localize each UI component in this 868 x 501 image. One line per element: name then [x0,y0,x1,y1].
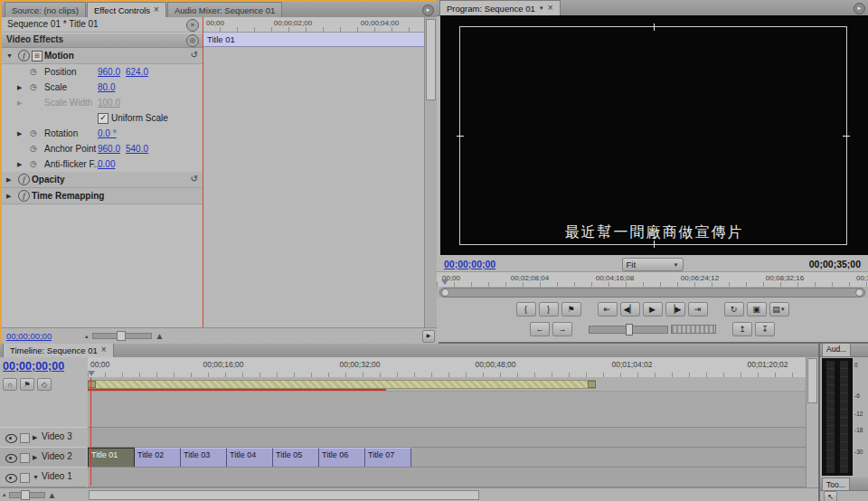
jog-disk[interactable] [671,325,716,334]
zoom-out-icon[interactable]: ▴ [3,491,6,498]
opacity-effect-header[interactable]: ▶ f Opacity ↺ [2,172,203,188]
program-current-timecode[interactable]: 00;00;00;00 [444,259,495,269]
twirl-closed-icon[interactable]: ▶ [6,193,11,200]
zoom-out-icon[interactable]: ▴ [85,333,89,340]
toggle-animation-stopwatch-icon[interactable]: ◷ [30,128,37,137]
tab-audio-mixer[interactable]: Audio Mixer: Sequence 01 [167,2,282,17]
timeline-horizontal-scrollbar[interactable] [88,487,818,501]
shuttle-slider[interactable] [589,326,668,334]
snap-toggle-icon[interactable]: ∩ [3,378,17,391]
lift-button[interactable]: ↥ [732,322,752,336]
current-time-indicator[interactable] [90,377,91,486]
track-header-video1[interactable]: ▼ Video 1 [0,467,87,487]
position-x-value[interactable]: 960.0 [98,67,120,77]
zoom-slider-thumb[interactable] [21,490,30,500]
go-to-out-button[interactable]: ⇥ [688,302,708,317]
timeline-current-timecode[interactable]: 00;00;00;00 [3,360,64,373]
go-to-in-button[interactable]: ⇤ [598,302,618,317]
mini-timeline-ruler[interactable]: 00;00 00;00;02;00 00;00;04;00 [203,17,425,33]
tab-tools[interactable]: Too... [822,477,850,490]
twirl-open-icon[interactable]: ▼ [6,52,13,59]
uniform-scale-checkbox[interactable]: ✓ [98,113,108,124]
scale-value[interactable]: 80.0 [98,82,115,92]
current-time-indicator-head[interactable] [88,371,95,376]
shuttle-thumb[interactable] [626,324,633,336]
step-back-button[interactable]: ◀▏ [620,302,640,317]
set-marker-button[interactable]: ⚑ [561,302,581,317]
lock-toggle[interactable] [20,433,30,443]
tab-audio-meters[interactable]: Aud... [822,344,851,356]
track-lane-video2[interactable]: Title 01 Title 02 Title 03 Title 04 Titl… [88,447,807,468]
selection-tool-icon[interactable]: ↖ [824,491,837,501]
scrollbar-thumb[interactable] [89,490,479,500]
zoom-in-icon[interactable]: ▲ [48,490,57,500]
position-y-value[interactable]: 624.0 [126,67,148,77]
tab-program[interactable]: Program: Sequence 01 ▼ × [439,0,561,15]
track-header-video2[interactable]: ▶ Video 2 [0,447,87,468]
set-in-button[interactable]: { [516,302,536,317]
close-icon[interactable]: × [548,4,553,13]
current-time-indicator[interactable] [203,17,203,328]
close-icon[interactable]: × [154,5,159,14]
zoom-slider-thumb[interactable] [117,331,126,341]
effect-controls-timecode[interactable]: 00;00;00;00 [6,331,52,341]
marker-icon[interactable]: ◇ [37,378,52,391]
anchor-y-value[interactable]: 540.0 [126,144,148,154]
extract-button[interactable]: ↧ [755,322,775,336]
chapter-marker-icon[interactable]: ⚑ [20,378,34,391]
twirl-closed-icon[interactable]: ▶ [17,130,22,137]
eye-icon[interactable] [5,474,17,483]
fx-enable-icon[interactable]: f [18,190,30,202]
program-view-scrollbar[interactable] [437,287,868,298]
timeline-zoom-slider[interactable] [9,492,45,498]
scroll-right-button[interactable]: ▶ [422,330,435,343]
zoom-in-icon[interactable]: ▲ [156,331,165,341]
scrollbar-thumb[interactable] [426,19,436,100]
scrollbar-thumb[interactable] [807,358,817,403]
reset-effect-icon[interactable]: ↺ [191,50,198,60]
current-time-indicator-head[interactable] [441,279,448,285]
output-button[interactable]: ▤ ▼ [769,302,789,317]
view-area-bar[interactable] [439,288,865,298]
fx-enable-icon[interactable]: f [18,50,30,61]
panel-menu-icon[interactable]: ▸ [854,3,865,14]
program-time-ruler[interactable]: 00;00 00;02;08;04 00;04;16;08 00;06;24;1… [437,271,868,288]
close-icon[interactable]: × [101,345,107,354]
track-lane-video1[interactable] [88,467,807,487]
toggle-animation-stopwatch-icon[interactable]: ◷ [30,159,37,168]
timeline-vertical-scrollbar[interactable] [806,357,818,488]
eye-icon[interactable] [5,434,17,443]
panel-menu-icon[interactable]: ▸ [422,5,434,16]
track-header-video3[interactable]: ▶ Video 3 [0,427,87,448]
tab-effect-controls[interactable]: Effect Controls × [87,2,166,17]
toggle-animation-stopwatch-icon[interactable]: ◷ [30,82,37,91]
view-area-handle[interactable] [855,288,863,297]
twirl-closed-icon[interactable]: ▶ [33,434,37,441]
zoom-slider[interactable] [92,333,152,339]
sequence-selector-icon[interactable]: ▼ [539,5,544,11]
eye-icon[interactable] [5,454,17,463]
effect-controls-vertical-scrollbar[interactable] [424,17,437,328]
motion-effect-header[interactable]: ▼ f ⊞ Motion ↺ [2,48,203,64]
timeline-time-ruler[interactable]: 00;00 00;00;16;00 00;00;32;00 00;00;48;0… [88,357,818,378]
twirl-closed-icon[interactable]: ▶ [17,84,22,91]
mini-timeline-clip-bar[interactable]: Title 01 [203,33,425,47]
effect-controls-mini-timeline[interactable]: 00;00 00;00;02;00 00;00;04;00 Title 01 [203,17,425,328]
rotation-value[interactable]: 0.0 ° [98,128,117,138]
reset-effect-icon[interactable]: ↺ [191,174,198,184]
twirl-closed-icon[interactable]: ▶ [33,454,37,461]
lock-toggle[interactable] [20,473,30,483]
go-to-previous-edit-button[interactable]: ← [530,322,550,336]
tab-source-monitor[interactable]: Source: (no clips) [5,2,86,17]
twirl-open-icon[interactable]: ▼ [33,474,39,480]
lock-toggle[interactable] [20,453,30,463]
twirl-closed-icon[interactable]: ▶ [17,161,22,168]
tab-timeline[interactable]: Timeline: Sequence 01 × [3,344,114,357]
toggle-animation-stopwatch-icon[interactable]: ◷ [30,144,37,153]
twirl-closed-icon[interactable]: ▶ [6,176,11,184]
go-to-next-edit-button[interactable]: → [552,322,572,336]
loop-button[interactable]: ↻ [724,302,744,317]
time-remapping-effect-header[interactable]: ▶ f Time Remapping [2,188,203,204]
track-lane-video3[interactable] [88,427,807,448]
anchor-x-value[interactable]: 960.0 [98,144,120,154]
